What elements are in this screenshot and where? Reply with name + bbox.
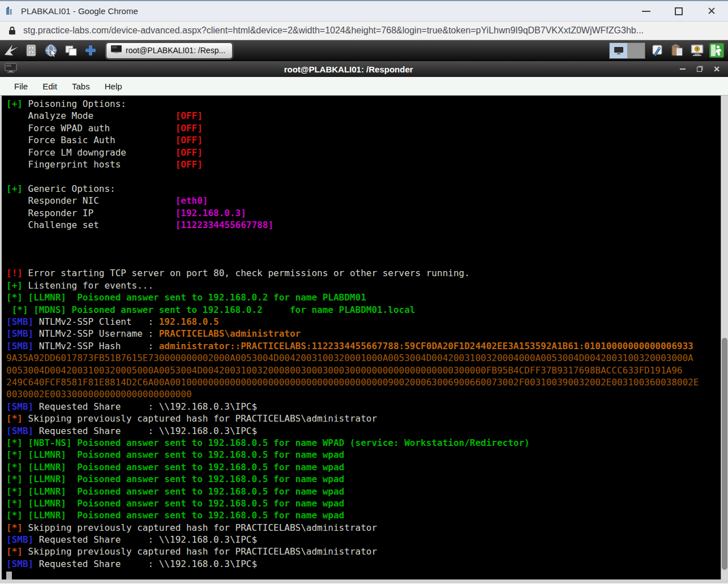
window-title: PLABKALI01 - Google Chrome: [21, 6, 138, 16]
terminal-line: Fingerprint hosts [OFF]: [6, 158, 718, 170]
kali-logo[interactable]: [3, 42, 19, 58]
chrome-titlebar: PLABKALI01 - Google Chrome ✕: [0, 0, 728, 22]
terminal-line: [6, 231, 718, 243]
menu-edit[interactable]: Edit: [35, 81, 65, 91]
terminal-line: 9A35A92DD6017873FB51B7615E73000000000200…: [6, 352, 718, 364]
terminal-line: [+] Listening for events...: [6, 280, 718, 291]
terminal-line: [*] Skipping previously captured hash fo…: [6, 546, 718, 557]
windows-icon[interactable]: [63, 42, 79, 58]
app-icon: [6, 7, 15, 16]
menu-help[interactable]: Help: [97, 81, 130, 91]
terminal-line: [*] [LLMNR] Poisoned answer sent to 192.…: [6, 291, 718, 303]
desktop-taskbar: root@PLABKALI01: /Resp...: [0, 40, 728, 61]
terminal-restore-button[interactable]: [697, 67, 702, 72]
logout-icon[interactable]: [709, 42, 725, 58]
terminal-line: Force LM downgrade [OFF]: [6, 147, 718, 158]
terminal-line: [SMB] Requested Share : \\192.168.0.3\IP…: [6, 558, 718, 570]
terminal-line: 249C640FCF8581F81E8814D2C6A00A0010000000…: [6, 376, 718, 388]
terminal-line: [*] [LLMNR] Poisoned answer sent to 192.…: [6, 473, 718, 485]
add-icon[interactable]: [83, 42, 99, 58]
terminal-line: Responder IP [192.168.0.3]: [6, 207, 718, 219]
terminal-line: [6, 170, 718, 182]
terminal-line: 0030002E00330000000000000000000000: [6, 388, 718, 400]
url-bar: stg.practice-labs.com/device-advanced.as…: [0, 22, 728, 40]
taskbar-tray: [609, 42, 725, 59]
terminal-line: [+] Poisoning Options:: [6, 98, 718, 110]
terminal-window-controls: ✕: [680, 65, 720, 73]
terminal-cursor: [6, 572, 12, 579]
terminal-line: [SMB] NTLMv2-SSP Username : PRACTICELABS…: [6, 328, 718, 340]
terminal-line: [*] [MDNS] Poisoned answer sent to 192.1…: [6, 304, 718, 316]
terminal-line: Challenge set [1122334455667788]: [6, 219, 718, 231]
terminal-line: [*] Skipping previously captured hash fo…: [6, 522, 718, 534]
workspace-2[interactable]: [627, 43, 645, 58]
terminal-line: Force WPAD auth [OFF]: [6, 122, 718, 134]
terminal-line: [*] [LLMNR] Poisoned answer sent to 192.…: [6, 497, 718, 509]
terminal-title: root@PLABKALI01: /Responder: [17, 65, 680, 74]
vertical-scrollbar[interactable]: [721, 96, 728, 579]
terminal-line: [*] [NBT-NS] Poisoned answer sent to 192…: [6, 437, 718, 449]
taskbar-app-label: root@PLABKALI01: /Resp...: [126, 46, 225, 55]
terminal-line: [6, 570, 718, 579]
browser-icon[interactable]: [43, 42, 59, 58]
screenshot-icon[interactable]: [649, 42, 665, 58]
terminal-output[interactable]: [+] Poisoning Options: Analyze Mode [OFF…: [6, 98, 718, 579]
terminal-line: [*] [LLMNR] Poisoned answer sent to 192.…: [6, 486, 718, 497]
terminal-line: Force Basic Auth [OFF]: [6, 134, 718, 146]
terminal-line: [*] [LLMNR] Poisoned answer sent to 192.…: [6, 461, 718, 473]
menu-file[interactable]: File: [7, 81, 35, 91]
terminal-titlebar[interactable]: root@PLABKALI01: /Responder ✕: [0, 61, 728, 77]
window-controls: ✕: [629, 1, 728, 21]
lock-icon[interactable]: [8, 27, 16, 35]
terminal-line: 0053004D0042003100320005000A0053004D0042…: [6, 364, 718, 376]
terminal-line: [SMB] NTLMv2-SSP Client : 192.168.0.5: [6, 316, 718, 328]
terminal-icon: [111, 45, 122, 55]
terminal-window-icon: [5, 63, 17, 75]
terminal-line: [*] Skipping previously captured hash fo…: [6, 413, 718, 424]
close-button[interactable]: ✕: [695, 1, 728, 21]
terminal-line: [!] Error starting TCP server on port 80…: [6, 267, 718, 279]
terminal-line: [SMB] NTLMv2-SSP Hash : administrator::P…: [6, 340, 718, 352]
file-manager-icon[interactable]: [23, 42, 39, 58]
terminal-minimize-button[interactable]: [680, 68, 686, 70]
scrollbar-thumb[interactable]: [722, 338, 727, 570]
lock-screen-icon[interactable]: [689, 42, 705, 58]
terminal-line: [SMB] Requested Share : \\192.168.0.3\IP…: [6, 425, 718, 437]
terminal-menubar: File Edit Tabs Help: [0, 77, 728, 96]
clipboard-icon[interactable]: [669, 42, 685, 58]
terminal-line: [*] [LLMNR] Poisoned answer sent to 192.…: [6, 449, 718, 461]
taskbar-app-button[interactable]: root@PLABKALI01: /Resp...: [106, 42, 233, 59]
terminal-line: [6, 255, 718, 267]
minimize-button[interactable]: [629, 1, 662, 21]
terminal-line: [*] [LLMNR] Poisoned answer sent to 192.…: [6, 509, 718, 521]
terminal-body: [+] Poisoning Options: Analyze Mode [OFF…: [0, 96, 728, 583]
terminal-line: Analyze Mode [OFF]: [6, 110, 718, 122]
terminal-line: [SMB] Requested Share : \\192.168.0.3\IP…: [6, 401, 718, 413]
terminal-line: [SMB] Requested Share : \\192.168.0.3\IP…: [6, 534, 718, 546]
workspace-1[interactable]: [610, 43, 627, 58]
terminal-line: [6, 243, 718, 255]
workspace-pager[interactable]: [609, 42, 645, 59]
terminal-close-button[interactable]: ✕: [713, 65, 720, 73]
terminal-line: Responder NIC [eth0]: [6, 195, 718, 207]
remote-desktop: root@PLABKALI01: /Resp...: [0, 40, 728, 583]
terminal-line: [+] Generic Options:: [6, 183, 718, 195]
menu-tabs[interactable]: Tabs: [65, 81, 97, 91]
url-text[interactable]: stg.practice-labs.com/device-advanced.as…: [23, 25, 644, 36]
maximize-button[interactable]: [662, 1, 695, 21]
